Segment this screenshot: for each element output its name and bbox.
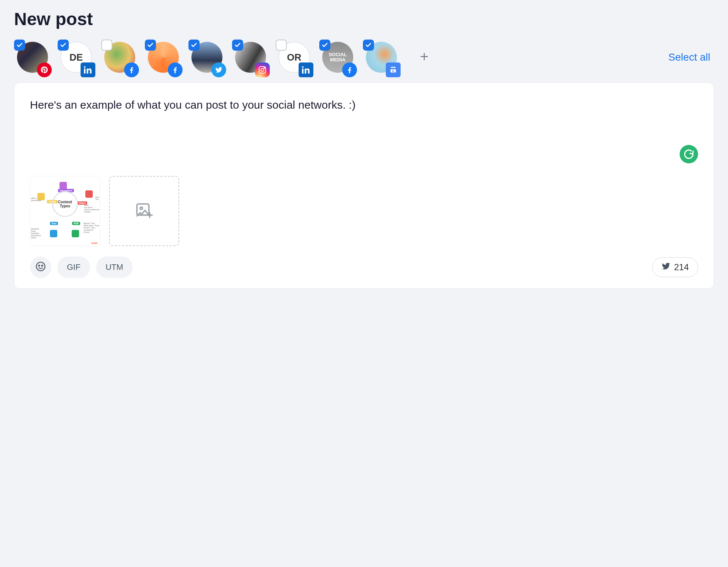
account-chip[interactable]	[319, 40, 355, 75]
utm-button[interactable]: UTM	[96, 257, 133, 278]
linkedin-icon	[81, 62, 95, 77]
char-counter: 214	[652, 257, 698, 277]
char-count-value: 214	[674, 262, 689, 272]
account-checkbox[interactable]	[276, 40, 287, 51]
page-title: New post	[14, 9, 714, 29]
account-checkbox[interactable]	[363, 40, 374, 51]
gif-button-label: GIF	[67, 262, 81, 272]
google-icon: G	[386, 62, 401, 77]
gif-button[interactable]: GIF	[57, 257, 90, 278]
account-initials: DE	[69, 52, 83, 63]
account-initials: OR	[287, 52, 302, 63]
facebook-icon	[342, 62, 357, 77]
account-chip[interactable]	[14, 40, 50, 75]
post-text-content: Here's an example of what you can post t…	[30, 99, 356, 111]
facebook-icon	[168, 62, 183, 77]
add-attachment-button[interactable]	[109, 176, 179, 246]
twitter-icon	[211, 62, 226, 77]
utm-button-label: UTM	[106, 262, 123, 272]
post-text-input[interactable]: Here's an example of what you can post t…	[30, 97, 698, 163]
account-chip[interactable]	[145, 40, 180, 75]
svg-text:G: G	[392, 69, 394, 73]
composer-card: Here's an example of what you can post t…	[14, 82, 714, 289]
account-checkbox[interactable]	[14, 40, 25, 51]
plus-icon	[419, 52, 429, 63]
attachment-thumbnail[interactable]: Interactive Visual Video Text PDF Conten…	[30, 176, 100, 246]
instagram-icon	[255, 62, 270, 77]
account-chip[interactable]: G	[363, 40, 398, 75]
svg-point-2	[264, 67, 265, 68]
emoji-icon	[35, 261, 46, 273]
facebook-icon	[124, 62, 139, 77]
svg-point-7	[140, 207, 143, 210]
grammarly-icon[interactable]	[680, 145, 698, 163]
svg-point-10	[36, 262, 45, 271]
account-chip[interactable]	[101, 40, 137, 75]
account-checkbox[interactable]	[58, 40, 69, 51]
account-checkbox[interactable]	[232, 40, 243, 51]
svg-point-1	[261, 68, 264, 71]
account-checkbox[interactable]	[145, 40, 156, 51]
add-account-button[interactable]	[406, 40, 442, 75]
select-all-link[interactable]: Select all	[668, 51, 714, 63]
composer-tools: GIF UTM 214	[30, 257, 698, 278]
svg-point-12	[42, 265, 43, 266]
accounts-selector: DEORG Select all	[14, 40, 714, 75]
accounts-group: DEORG	[14, 40, 398, 75]
account-chip[interactable]: OR	[276, 40, 311, 75]
emoji-button[interactable]	[30, 257, 51, 278]
account-checkbox[interactable]	[319, 40, 330, 51]
account-chip[interactable]: DE	[58, 40, 93, 75]
svg-point-11	[39, 265, 40, 266]
account-chip[interactable]	[188, 40, 224, 75]
twitter-icon	[661, 262, 670, 273]
account-chip[interactable]	[232, 40, 268, 75]
image-plus-icon	[135, 201, 154, 221]
account-checkbox[interactable]	[188, 40, 200, 51]
pinterest-icon	[37, 62, 52, 77]
linkedin-icon	[299, 62, 313, 77]
attachments-row: Interactive Visual Video Text PDF Conten…	[30, 176, 698, 246]
account-checkbox[interactable]	[101, 40, 112, 51]
